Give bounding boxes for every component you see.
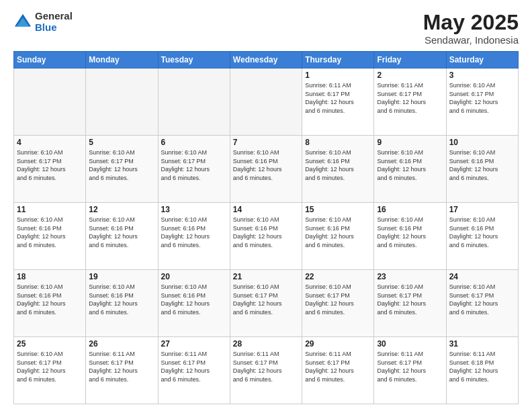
day-number: 4 (17, 138, 83, 147)
day-cell: 29Sunrise: 6:11 AM Sunset: 6:17 PM Dayli… (302, 337, 374, 404)
day-number: 19 (89, 272, 154, 281)
col-header-sunday: Sunday (14, 52, 86, 68)
day-number: 18 (17, 272, 83, 281)
day-number: 22 (305, 272, 371, 281)
day-cell: 26Sunrise: 6:11 AM Sunset: 6:17 PM Dayli… (86, 337, 158, 404)
calendar-title: May 2025 (423, 11, 519, 34)
day-info: Sunrise: 6:10 AM Sunset: 6:16 PM Dayligh… (233, 148, 299, 182)
day-info: Sunrise: 6:10 AM Sunset: 6:16 PM Dayligh… (89, 283, 154, 316)
day-cell: 20Sunrise: 6:10 AM Sunset: 6:16 PM Dayli… (158, 270, 230, 337)
col-header-wednesday: Wednesday (230, 52, 302, 68)
day-cell (86, 68, 158, 136)
logo-blue: Blue (35, 22, 73, 34)
week-row-4: 18Sunrise: 6:10 AM Sunset: 6:16 PM Dayli… (14, 270, 519, 337)
day-info: Sunrise: 6:10 AM Sunset: 6:17 PM Dayligh… (305, 283, 371, 316)
day-number: 23 (377, 272, 443, 281)
day-cell: 22Sunrise: 6:10 AM Sunset: 6:17 PM Dayli… (302, 270, 374, 337)
day-cell: 2Sunrise: 6:11 AM Sunset: 6:17 PM Daylig… (374, 68, 446, 136)
col-header-tuesday: Tuesday (158, 52, 230, 68)
day-number: 13 (161, 205, 227, 214)
week-row-2: 4Sunrise: 6:10 AM Sunset: 6:17 PM Daylig… (14, 136, 519, 203)
logo-icon (13, 13, 32, 32)
day-number: 1 (305, 71, 371, 80)
day-cell: 4Sunrise: 6:10 AM Sunset: 6:17 PM Daylig… (14, 136, 86, 203)
day-info: Sunrise: 6:10 AM Sunset: 6:17 PM Dayligh… (449, 81, 515, 115)
day-cell: 7Sunrise: 6:10 AM Sunset: 6:16 PM Daylig… (230, 136, 302, 203)
day-info: Sunrise: 6:11 AM Sunset: 6:17 PM Dayligh… (305, 350, 371, 383)
day-cell: 11Sunrise: 6:10 AM Sunset: 6:16 PM Dayli… (14, 203, 86, 270)
day-number: 31 (449, 339, 515, 349)
day-cell (14, 68, 86, 136)
day-number: 8 (305, 138, 371, 147)
day-info: Sunrise: 6:11 AM Sunset: 6:18 PM Dayligh… (449, 350, 515, 383)
header: General Blue May 2025 Sendawar, Indonesi… (13, 11, 519, 46)
day-info: Sunrise: 6:10 AM Sunset: 6:16 PM Dayligh… (305, 148, 371, 182)
day-number: 11 (17, 205, 83, 214)
day-info: Sunrise: 6:10 AM Sunset: 6:16 PM Dayligh… (161, 216, 227, 249)
day-number: 6 (161, 138, 227, 147)
day-cell: 3Sunrise: 6:10 AM Sunset: 6:17 PM Daylig… (446, 68, 518, 136)
day-info: Sunrise: 6:10 AM Sunset: 6:16 PM Dayligh… (449, 216, 515, 249)
day-info: Sunrise: 6:10 AM Sunset: 6:17 PM Dayligh… (89, 148, 154, 182)
day-number: 26 (89, 339, 154, 349)
page: General Blue May 2025 Sendawar, Indonesi… (0, 0, 532, 411)
day-number: 7 (233, 138, 299, 147)
day-number: 24 (449, 272, 515, 281)
week-row-3: 11Sunrise: 6:10 AM Sunset: 6:16 PM Dayli… (14, 203, 519, 270)
day-cell: 30Sunrise: 6:11 AM Sunset: 6:17 PM Dayli… (374, 337, 446, 404)
day-cell: 18Sunrise: 6:10 AM Sunset: 6:16 PM Dayli… (14, 270, 86, 337)
day-cell: 23Sunrise: 6:10 AM Sunset: 6:17 PM Dayli… (374, 270, 446, 337)
day-number: 25 (17, 339, 83, 349)
day-info: Sunrise: 6:10 AM Sunset: 6:17 PM Dayligh… (161, 148, 227, 182)
logo-text: General Blue (35, 11, 73, 33)
day-number: 9 (377, 138, 443, 147)
day-info: Sunrise: 6:10 AM Sunset: 6:16 PM Dayligh… (161, 283, 227, 316)
day-number: 28 (233, 339, 299, 349)
day-cell (158, 68, 230, 136)
day-info: Sunrise: 6:10 AM Sunset: 6:17 PM Dayligh… (17, 148, 83, 182)
day-number: 15 (305, 205, 371, 214)
col-header-saturday: Saturday (446, 52, 518, 68)
week-row-5: 25Sunrise: 6:10 AM Sunset: 6:17 PM Dayli… (14, 337, 519, 404)
day-number: 5 (89, 138, 154, 147)
calendar-header-row: SundayMondayTuesdayWednesdayThursdayFrid… (14, 52, 519, 68)
day-cell: 16Sunrise: 6:10 AM Sunset: 6:16 PM Dayli… (374, 203, 446, 270)
day-info: Sunrise: 6:11 AM Sunset: 6:17 PM Dayligh… (305, 81, 371, 115)
logo-general: General (35, 11, 73, 22)
day-info: Sunrise: 6:10 AM Sunset: 6:16 PM Dayligh… (233, 216, 299, 249)
day-cell: 19Sunrise: 6:10 AM Sunset: 6:16 PM Dayli… (86, 270, 158, 337)
day-info: Sunrise: 6:10 AM Sunset: 6:17 PM Dayligh… (377, 283, 443, 316)
day-info: Sunrise: 6:10 AM Sunset: 6:17 PM Dayligh… (449, 283, 515, 316)
day-number: 27 (161, 339, 227, 349)
day-info: Sunrise: 6:10 AM Sunset: 6:16 PM Dayligh… (17, 283, 83, 316)
day-cell: 9Sunrise: 6:10 AM Sunset: 6:16 PM Daylig… (374, 136, 446, 203)
day-cell: 24Sunrise: 6:10 AM Sunset: 6:17 PM Dayli… (446, 270, 518, 337)
day-cell: 13Sunrise: 6:10 AM Sunset: 6:16 PM Dayli… (158, 203, 230, 270)
day-info: Sunrise: 6:10 AM Sunset: 6:16 PM Dayligh… (377, 216, 443, 249)
day-number: 29 (305, 339, 371, 349)
day-cell: 14Sunrise: 6:10 AM Sunset: 6:16 PM Dayli… (230, 203, 302, 270)
day-info: Sunrise: 6:10 AM Sunset: 6:16 PM Dayligh… (89, 216, 154, 249)
col-header-thursday: Thursday (302, 52, 374, 68)
day-number: 20 (161, 272, 227, 281)
day-cell: 31Sunrise: 6:11 AM Sunset: 6:18 PM Dayli… (446, 337, 518, 404)
day-info: Sunrise: 6:10 AM Sunset: 6:17 PM Dayligh… (233, 283, 299, 316)
day-cell: 1Sunrise: 6:11 AM Sunset: 6:17 PM Daylig… (302, 68, 374, 136)
col-header-monday: Monday (86, 52, 158, 68)
day-info: Sunrise: 6:11 AM Sunset: 6:17 PM Dayligh… (89, 350, 154, 383)
day-info: Sunrise: 6:10 AM Sunset: 6:16 PM Dayligh… (449, 148, 515, 182)
calendar-table: SundayMondayTuesdayWednesdayThursdayFrid… (13, 51, 519, 404)
day-number: 12 (89, 205, 154, 214)
day-cell (230, 68, 302, 136)
day-info: Sunrise: 6:10 AM Sunset: 6:16 PM Dayligh… (305, 216, 371, 249)
day-number: 10 (449, 138, 515, 147)
day-info: Sunrise: 6:10 AM Sunset: 6:17 PM Dayligh… (17, 350, 83, 383)
day-cell: 10Sunrise: 6:10 AM Sunset: 6:16 PM Dayli… (446, 136, 518, 203)
day-cell: 25Sunrise: 6:10 AM Sunset: 6:17 PM Dayli… (14, 337, 86, 404)
day-number: 14 (233, 205, 299, 214)
day-number: 16 (377, 205, 443, 214)
title-block: May 2025 Sendawar, Indonesia (423, 11, 519, 46)
day-cell: 17Sunrise: 6:10 AM Sunset: 6:16 PM Dayli… (446, 203, 518, 270)
day-number: 21 (233, 272, 299, 281)
day-info: Sunrise: 6:11 AM Sunset: 6:17 PM Dayligh… (377, 81, 443, 115)
